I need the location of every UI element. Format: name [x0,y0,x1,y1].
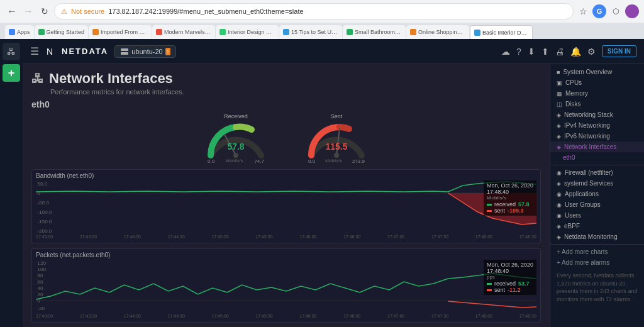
app-area: 🖧 + ☰ N NETDATA ubuntu-20 ! [0,39,644,327]
sidebar-item-ebpf[interactable]: ◈ eBPF [550,221,644,231]
memory-icon: ▦ [557,91,562,97]
bandwidth-overlay: Mon, Oct 26, 2020 17:48:40 kilobits/s re… [484,180,536,216]
svg-text:115.5: 115.5 [325,141,347,152]
add-more-charts-button[interactable]: + Add more charts [550,247,644,257]
packets-overlay: Mon, Oct 26, 2020 17:48:40 pps received … [484,260,536,295]
add-button[interactable]: + [3,64,20,82]
sidebar-item-ipv4[interactable]: ◈ IPv4 Networking [550,120,644,131]
received-label: Received [224,113,248,119]
ebpf-label: eBPF [564,223,580,230]
system-overview-icon: ■ [557,69,560,75]
cpus-icon: ▣ [557,80,562,86]
tab[interactable]: Small Bathroom Col... [343,25,406,39]
sidebar-item-systemd[interactable]: ◈ systemd Services [550,178,644,189]
user-groups-icon: ◉ [557,202,562,208]
help-icon[interactable]: ? [516,47,521,57]
forward-button[interactable]: → [21,4,35,18]
user-groups-label: User Groups [565,201,601,208]
tab[interactable]: Online Shopping fo... [406,25,469,39]
eth0-label: eth0 [563,154,575,161]
sidebar-item-cpus[interactable]: ▣ CPUs [550,77,644,88]
svg-rect-2 [121,48,128,51]
disks-icon: ◫ [557,101,562,108]
tab[interactable]: Imported From Fire... [89,25,152,39]
page-title-icon: 🖧 [31,72,44,86]
server-badge[interactable]: ubuntu-20 ! [114,45,176,58]
browser-chrome: ← → ↻ ⚠ Not secure 173.82.187.242:19999/… [0,0,644,39]
not-secure-label: Not secure [71,8,104,15]
upload-icon[interactable]: ⬆ [541,47,549,57]
extension-button[interactable]: ⬡ [609,4,623,18]
tab[interactable]: Interior Design Glos... [216,25,279,39]
menu-icon[interactable]: ☰ [30,45,39,57]
svg-text:80: 80 [37,274,43,279]
gauge-row: Received 57.8 [31,113,541,164]
print-icon[interactable]: 🖨 [555,47,564,57]
svg-text:-150.0: -150.0 [37,219,52,224]
tab[interactable]: Getting Started [35,25,89,39]
svg-text:-20: -20 [37,306,45,311]
svg-text:0: 0 [37,191,40,196]
svg-text:60: 60 [37,280,43,285]
sidebar-item-system-overview[interactable]: ■ System Overview [550,67,644,77]
tab-active[interactable]: Basic Interior Decor... [470,25,533,39]
received-range: 0.0 kilobits/s 74.7 [208,158,264,164]
systemd-icon: ◈ [557,180,561,187]
bookmark-star-button[interactable]: ☆ [576,4,590,18]
server-name: ubuntu-20 [131,48,163,55]
netdata-monitoring-label: Netdata Monitoring [564,233,618,240]
sidebar-item-network-interfaces[interactable]: ◈ Network Interfaces [550,141,644,152]
sent-label: Sent [331,113,343,119]
ipv4-icon: ◈ [557,123,561,129]
sidebar-item-users[interactable]: ◉ Users [550,210,644,221]
sidebar-item-user-groups[interactable]: ◉ User Groups [550,199,644,210]
system-overview-label: System Overview [563,69,612,75]
sidebar-item-firewall[interactable]: ◉ Firewall (netfilter) [550,167,644,178]
g-icon-button[interactable]: G [592,4,606,18]
cloud-icon[interactable]: ☁ [501,47,510,57]
memory-label: Memory [565,90,588,97]
sign-in-button[interactable]: SIGN IN [602,45,636,57]
reload-button[interactable]: ↻ [38,4,52,18]
packets-chart-wrapper: 120 100 80 60 40 20 0 -20 M [36,260,536,319]
sidebar-item-eth0[interactable]: eth0 [550,152,644,163]
firewall-label: Firewall (netfilter) [565,169,613,176]
received-unit: kilobits/s [226,158,243,164]
add-more-alarms-button[interactable]: + Add more alarms [550,257,644,268]
users-label: Users [565,212,581,219]
firewall-icon: ◉ [557,170,562,176]
sidebar-item-ipv6[interactable]: ◈ IPv6 Networking [550,131,644,141]
svg-text:57.8: 57.8 [227,141,244,152]
nd-logo-text: NETDATA [62,47,108,56]
sidebar-item-netdata-monitoring[interactable]: ◈ Netdata Monitoring [550,231,644,242]
received-gauge-svg: 57.8 [204,121,267,158]
page-main: 🖧 Network Interfaces Performance metrics… [23,64,550,327]
tab[interactable]: Apps [5,25,34,39]
sidebar-item-disks[interactable]: ◫ Disks [550,99,644,109]
page-title: 🖧 Network Interfaces [31,70,541,87]
svg-text:100: 100 [37,267,46,272]
cpus-label: CPUs [565,79,582,86]
svg-text:-100.0: -100.0 [37,210,52,215]
sidebar-item-networking-stack[interactable]: ◈ Networking Stack [550,109,644,120]
back-button[interactable]: ← [5,4,19,18]
bell-icon[interactable]: 🔔 [570,47,581,57]
applications-icon: ◉ [557,191,562,197]
download-icon[interactable]: ⬇ [528,47,535,57]
sidebar-item-applications[interactable]: ◉ Applications [550,189,644,199]
page-subtitle: Performance metrics for network interfac… [50,88,541,96]
address-bar[interactable]: ⚠ Not secure 173.82.187.242:19999/#menu_… [54,3,574,19]
sidebar-item-memory[interactable]: ▦ Memory [550,88,644,99]
tab[interactable]: 15 Tips to Set Up a... [279,25,342,39]
nd-header: ☰ N NETDATA ubuntu-20 ! ☁ ? ⬇ [23,39,644,64]
profile-button[interactable] [625,4,639,18]
packets-chart-title: Packets (net.packets.eth0) [36,252,536,258]
svg-text:120: 120 [37,261,46,266]
left-sidebar-icon: 🖧 [3,43,20,60]
nd-logo-icon: N [45,45,58,58]
bandwidth-time-axis: 17:43:0017:43:3017:44:0017:44:3017:45:00… [36,235,536,239]
page-header: 🖧 Network Interfaces Performance metrics… [31,70,541,96]
tab[interactable]: Modern Marvels S0... [152,25,215,39]
gear-icon[interactable]: ⚙ [587,47,596,57]
page-body: 🖧 Network Interfaces Performance metrics… [23,64,644,327]
